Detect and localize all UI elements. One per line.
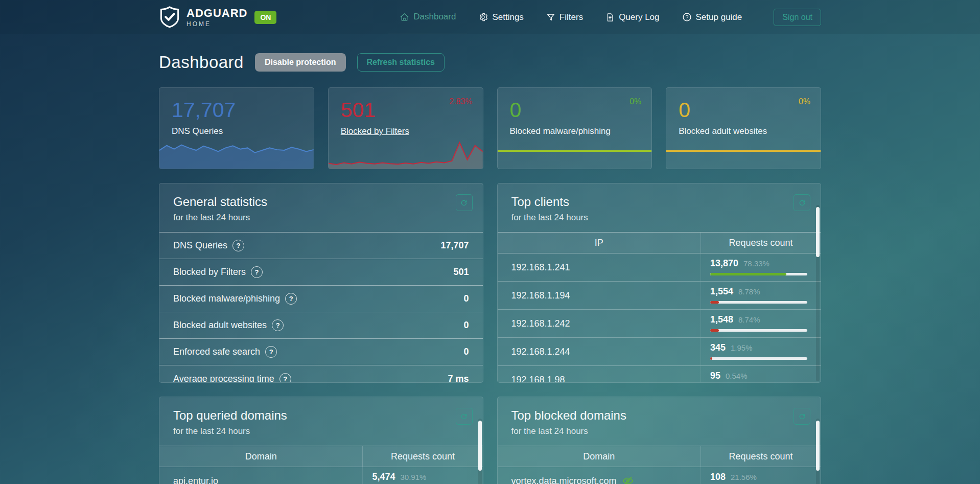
column-header-requests[interactable]: Requests count xyxy=(701,446,821,467)
statistics-row: Average processing time ? 7 ms xyxy=(159,365,483,383)
requests-bar xyxy=(710,329,807,332)
help-icon[interactable]: ? xyxy=(272,319,284,331)
help-icon[interactable]: ? xyxy=(285,293,297,305)
refresh-icon xyxy=(798,412,806,421)
requests-percent: 0.54% xyxy=(726,372,748,380)
help-icon[interactable]: ? xyxy=(279,373,291,383)
nav-label: Setup guide xyxy=(696,12,742,22)
client-ip[interactable]: 192.168.1.242 xyxy=(498,310,701,337)
nav-item-setup-guide[interactable]: Setup guide xyxy=(671,0,754,34)
question-circle-icon xyxy=(682,12,692,22)
disable-protection-button[interactable]: Disable protection xyxy=(255,53,346,72)
blocked-malware-count: 0 xyxy=(510,99,640,121)
statistics-row: Enforced safe search ? 0 xyxy=(159,339,483,365)
requests-count: 5,474 xyxy=(372,472,395,482)
statistics-row: Blocked by Filters ? 501 xyxy=(159,259,483,286)
table-header: Domain Requests count xyxy=(159,446,483,467)
eye-off-icon[interactable] xyxy=(622,475,634,484)
statistic-value: 0 xyxy=(463,320,469,331)
statistic-value: 0 xyxy=(463,347,469,357)
requests-percent: 8.78% xyxy=(738,287,760,296)
gear-icon xyxy=(478,12,488,22)
column-header-ip[interactable]: IP xyxy=(498,233,701,253)
domain-name[interactable]: vortex.data.microsoft.com xyxy=(511,476,617,484)
blocked-adult-flatline xyxy=(666,150,821,152)
card-title: Top clients xyxy=(511,195,807,209)
requests-count: 345 xyxy=(710,342,726,353)
stat-card-blocked-malware: 0% 0 Blocked malware/phishing xyxy=(497,87,652,169)
blocked-adult-label: Blocked adult websites xyxy=(679,126,767,136)
table-header: Domain Requests count xyxy=(498,446,821,467)
help-icon[interactable]: ? xyxy=(265,346,277,358)
scrollbar-thumb[interactable] xyxy=(816,207,820,257)
requests-bar xyxy=(710,301,807,304)
top-blocked-domains-rows: vortex.data.microsoft.com 108 21.56% xyxy=(498,467,821,484)
top-clients-card: Top clients for the last 24 hours IP Req… xyxy=(497,183,822,383)
refresh-card-button[interactable] xyxy=(456,194,473,211)
scrollbar-thumb[interactable] xyxy=(478,421,482,471)
top-blocked-domains-card: Top blocked domains for the last 24 hour… xyxy=(497,397,822,484)
card-subtitle: for the last 24 hours xyxy=(173,426,469,436)
card-subtitle: for the last 24 hours xyxy=(173,213,469,223)
table-header: IP Requests count xyxy=(498,233,821,253)
table-row[interactable]: vortex.data.microsoft.com 108 21.56% xyxy=(498,467,821,484)
refresh-icon xyxy=(460,199,468,207)
statistic-value: 7 ms xyxy=(448,374,469,383)
brand-subtitle: HOME xyxy=(186,21,247,27)
nav-item-dashboard[interactable]: Dashboard xyxy=(388,0,467,34)
column-header-requests[interactable]: Requests count xyxy=(363,446,482,467)
nav-item-settings[interactable]: Settings xyxy=(467,0,534,34)
statistic-value: 501 xyxy=(453,267,469,278)
refresh-card-button[interactable] xyxy=(794,408,810,425)
table-row[interactable]: api.entur.io 5,474 30.91% xyxy=(159,467,483,484)
statistic-label: Blocked by Filters xyxy=(173,267,246,278)
client-ip[interactable]: 192.168.1.98 xyxy=(498,366,701,383)
column-header-domain[interactable]: Domain xyxy=(159,446,363,467)
refresh-card-button[interactable] xyxy=(456,408,473,425)
nav-item-filters[interactable]: Filters xyxy=(535,0,594,34)
column-header-domain[interactable]: Domain xyxy=(498,446,701,467)
table-row[interactable]: 192.168.1.242 1,548 8.74% xyxy=(498,310,821,338)
refresh-card-button[interactable] xyxy=(794,194,810,211)
nav-label: Settings xyxy=(492,12,523,22)
navbar: ADGUARD HOME ON Dashboard Settings xyxy=(0,0,980,34)
table-row[interactable]: 192.168.1.98 95 0.54% xyxy=(498,366,821,383)
requests-bar xyxy=(710,357,807,360)
nav-item-query-log[interactable]: Query Log xyxy=(594,0,670,34)
domain-name[interactable]: api.entur.io xyxy=(173,476,218,484)
help-icon[interactable]: ? xyxy=(251,266,263,278)
statistic-label: Blocked adult websites xyxy=(173,320,267,331)
requests-percent: 21.56% xyxy=(731,473,757,481)
funnel-icon xyxy=(546,13,555,22)
statistic-label: DNS Queries xyxy=(173,240,227,251)
requests-count: 13,870 xyxy=(710,258,738,269)
requests-percent: 1.95% xyxy=(731,343,753,352)
blocked-adult-percent: 0% xyxy=(799,97,810,106)
card-title: General statistics xyxy=(173,195,469,209)
stat-cards-row: 17,707 DNS Queries 2.83% 501 Blocked by … xyxy=(159,87,821,169)
refresh-statistics-button[interactable]: Refresh statistics xyxy=(357,53,445,72)
client-ip[interactable]: 192.168.1.194 xyxy=(498,282,701,309)
refresh-icon xyxy=(798,199,806,207)
statistic-label: Average processing time xyxy=(173,374,274,383)
nav-label: Filters xyxy=(559,12,583,22)
statistic-label: Enforced safe search xyxy=(173,347,260,357)
table-row[interactable]: 192.168.1.241 13,870 78.33% xyxy=(498,253,821,282)
shield-check-icon xyxy=(159,6,180,29)
top-clients-rows: 192.168.1.241 13,870 78.33% 192.168.1.19… xyxy=(498,253,821,383)
blocked-filters-link[interactable]: Blocked by Filters xyxy=(341,126,409,136)
sign-out-button[interactable]: Sign out xyxy=(774,9,821,26)
brand-logo[interactable]: ADGUARD HOME xyxy=(159,6,247,29)
client-ip[interactable]: 192.168.1.244 xyxy=(498,338,701,365)
top-queried-domains-rows: api.entur.io 5,474 30.91% xyxy=(159,467,483,484)
scrollbar-thumb[interactable] xyxy=(816,421,820,471)
column-header-requests[interactable]: Requests count xyxy=(701,233,821,253)
help-icon[interactable]: ? xyxy=(232,240,244,251)
page-title: Dashboard xyxy=(159,53,244,72)
refresh-icon xyxy=(460,412,468,421)
brand-name: ADGUARD xyxy=(186,8,247,19)
table-row[interactable]: 192.168.1.194 1,554 8.78% xyxy=(498,282,821,310)
client-ip[interactable]: 192.168.1.241 xyxy=(498,253,701,281)
stat-card-blocked-adult: 0% 0 Blocked adult websites xyxy=(666,87,821,169)
table-row[interactable]: 192.168.1.244 345 1.95% xyxy=(498,338,821,366)
